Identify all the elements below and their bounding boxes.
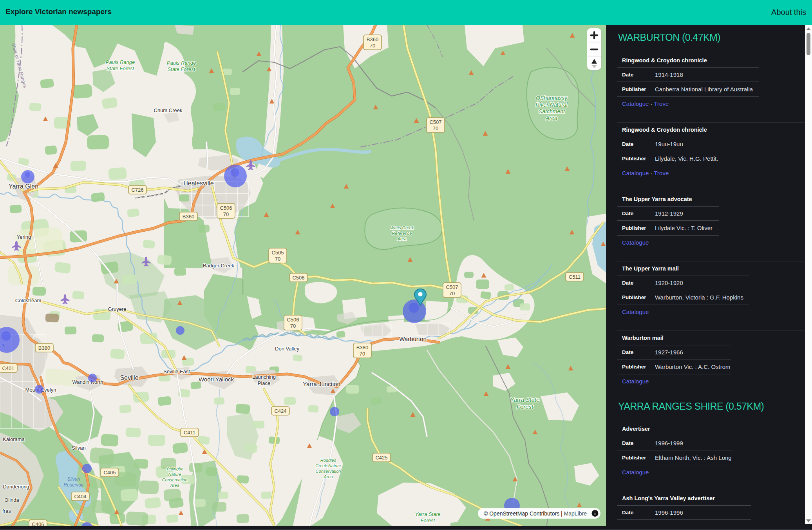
svg-text:C425: C425 bbox=[375, 455, 387, 461]
svg-text:Reference: Reference bbox=[392, 231, 412, 236]
svg-text:C506: C506 bbox=[220, 205, 232, 211]
svg-text:70: 70 bbox=[433, 125, 438, 131]
svg-text:Seville: Seville bbox=[120, 374, 138, 381]
svg-text:Don Valley: Don Valley bbox=[275, 346, 299, 352]
svg-text:Kalorama: Kalorama bbox=[3, 436, 25, 442]
svg-text:Area: Area bbox=[397, 236, 406, 241]
svg-text:Forest: Forest bbox=[517, 403, 533, 410]
svg-text:fras: fras bbox=[2, 508, 11, 514]
svg-text:C505: C505 bbox=[271, 250, 284, 256]
svg-text:C507: C507 bbox=[446, 284, 458, 290]
svg-text:70: 70 bbox=[370, 43, 375, 49]
svg-text:State Forest: State Forest bbox=[107, 65, 135, 71]
svg-text:State Forest: State Forest bbox=[168, 66, 196, 72]
svg-text:Silvan: Silvan bbox=[67, 476, 80, 482]
svg-text:River Natural: River Natural bbox=[535, 102, 568, 108]
svg-text:Area: Area bbox=[170, 483, 179, 488]
svg-text:Area: Area bbox=[545, 115, 557, 121]
svg-text:Conservation: Conservation bbox=[162, 477, 188, 482]
svg-text:Hoddles: Hoddles bbox=[320, 458, 336, 463]
svg-text:Launching: Launching bbox=[252, 374, 276, 380]
svg-text:Pauls Range: Pauls Range bbox=[106, 59, 135, 65]
svg-text:Chum Creek: Chum Creek bbox=[154, 107, 183, 113]
svg-text:Pauls Range: Pauls Range bbox=[167, 60, 196, 66]
svg-text:C511: C511 bbox=[569, 274, 581, 280]
svg-text:Conservation: Conservation bbox=[316, 469, 341, 474]
svg-text:Place: Place bbox=[258, 380, 271, 386]
svg-text:C506: C506 bbox=[287, 317, 299, 323]
svg-text:C506: C506 bbox=[292, 275, 304, 281]
svg-text:Yarra State: Yarra State bbox=[510, 396, 540, 403]
svg-text:Forest: Forest bbox=[421, 517, 436, 523]
svg-text:70: 70 bbox=[449, 290, 455, 296]
svg-text:C405: C405 bbox=[103, 470, 116, 476]
svg-text:Gruyere: Gruyere bbox=[108, 306, 127, 312]
svg-text:© OpenStreetMap Contributors |: © OpenStreetMap Contributors | MapLibre bbox=[484, 510, 587, 517]
svg-text:Healesville: Healesville bbox=[183, 180, 213, 187]
svg-text:70: 70 bbox=[360, 351, 365, 357]
svg-text:Yering: Yering bbox=[17, 234, 31, 240]
svg-text:Area: Area bbox=[323, 474, 333, 479]
svg-text:OShannassy: OShannassy bbox=[536, 95, 568, 101]
svg-text:70: 70 bbox=[223, 211, 229, 217]
svg-text:Olinda: Olinda bbox=[4, 497, 19, 503]
svg-text:Creek Nature: Creek Nature bbox=[315, 463, 341, 468]
svg-text:Coldstream: Coldstream bbox=[15, 298, 41, 303]
svg-text:B360: B360 bbox=[367, 36, 378, 42]
svg-text:Yarra Glen: Yarra Glen bbox=[9, 183, 38, 190]
svg-text:Wandin North: Wandin North bbox=[72, 379, 103, 385]
svg-text:C406: C406 bbox=[32, 521, 44, 526]
svg-text:B360: B360 bbox=[183, 214, 194, 220]
svg-text:Silvan: Silvan bbox=[72, 445, 85, 451]
svg-text:B380: B380 bbox=[356, 345, 368, 350]
svg-text:70: 70 bbox=[275, 256, 280, 262]
svg-text:Badger Creek: Badger Creek bbox=[203, 263, 235, 269]
svg-text:Woori Yallock: Woori Yallock bbox=[199, 376, 234, 383]
svg-text:Warburton: Warburton bbox=[399, 336, 426, 342]
svg-text:C726: C726 bbox=[131, 187, 143, 193]
svg-text:Dandenong: Dandenong bbox=[3, 484, 29, 490]
svg-text:Yarra State: Yarra State bbox=[415, 511, 441, 517]
svg-text:Nature: Nature bbox=[168, 472, 181, 477]
svg-text:B380: B380 bbox=[38, 345, 50, 351]
svg-text:C404: C404 bbox=[74, 494, 86, 499]
svg-text:C424: C424 bbox=[274, 408, 286, 414]
svg-text:Yellingbo: Yellingbo bbox=[166, 466, 184, 471]
svg-text:C507: C507 bbox=[429, 119, 441, 125]
svg-text:Watts Creek: Watts Creek bbox=[390, 225, 414, 230]
svg-text:Seville East: Seville East bbox=[163, 368, 190, 374]
svg-text:Catchment: Catchment bbox=[538, 108, 565, 114]
svg-text:70: 70 bbox=[290, 323, 296, 329]
svg-text:C411: C411 bbox=[184, 430, 195, 436]
svg-text:Yarra Junction: Yarra Junction bbox=[303, 381, 340, 387]
svg-text:Reservoir: Reservoir bbox=[63, 482, 84, 488]
svg-text:C401: C401 bbox=[2, 365, 14, 371]
